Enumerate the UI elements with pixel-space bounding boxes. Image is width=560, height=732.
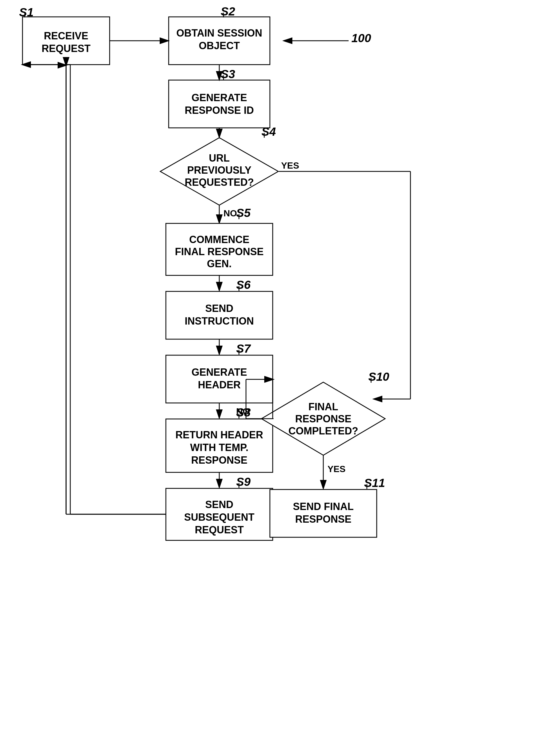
- s3-label: GENERATE: [191, 92, 247, 103]
- s11-label2: RESPONSE: [295, 513, 351, 525]
- s9-label: SEND: [205, 499, 233, 510]
- s7-label2: HEADER: [198, 379, 241, 390]
- ref-100: 100: [351, 31, 371, 45]
- s4-label2: PREVIOUSLY: [187, 164, 252, 176]
- s5-step: S5: [236, 206, 251, 220]
- s1-label2: REQUEST: [42, 43, 91, 54]
- yes-label-s10: YES: [328, 464, 346, 474]
- s10-label2: RESPONSE: [295, 413, 351, 424]
- s4-label3: REQUESTED?: [185, 177, 254, 188]
- s3-step: S3: [221, 67, 235, 81]
- s6-label2: INSTRUCTION: [185, 315, 254, 327]
- s4-label: URL: [209, 152, 230, 164]
- s2-label2: OBJECT: [199, 40, 240, 51]
- s5-label3: GEN.: [207, 258, 232, 270]
- s10-label3: COMPLETED?: [288, 425, 358, 437]
- s3-label2: RESPONSE ID: [185, 105, 254, 116]
- s6-label: SEND: [205, 303, 233, 314]
- s7-label: GENERATE: [191, 366, 247, 378]
- s9-label2: SUBSEQUENT: [184, 511, 254, 523]
- s6-step: S6: [236, 278, 251, 292]
- s8-label3: RESPONSE: [191, 454, 247, 466]
- s2-label: OBTAIN SESSION: [176, 27, 262, 39]
- s3-box: [169, 80, 270, 128]
- s5-label: COMMENCE: [189, 234, 249, 245]
- flowchart-diagram: RECEIVE REQUEST S1 OBTAIN SESSION OBJECT…: [0, 0, 560, 732]
- s9-step: S9: [236, 475, 251, 488]
- s11-label: SEND FINAL: [293, 501, 354, 512]
- no-label-s4: NO: [223, 208, 237, 218]
- s10-label: FINAL: [308, 401, 338, 412]
- no-label-s10: NO: [236, 406, 250, 416]
- s8-label: RETURN HEADER: [175, 429, 263, 440]
- s2-step: S2: [221, 5, 235, 18]
- s7-step: S7: [236, 342, 251, 355]
- s1-step: S1: [19, 6, 33, 19]
- s1-label: RECEIVE: [44, 30, 88, 42]
- s5-label2: FINAL RESPONSE: [175, 246, 263, 258]
- yes-label-s4: YES: [281, 161, 299, 171]
- s4-step: S4: [261, 125, 276, 138]
- s9-label3: REQUEST: [195, 524, 244, 535]
- s8-label2: WITH TEMP.: [190, 442, 248, 453]
